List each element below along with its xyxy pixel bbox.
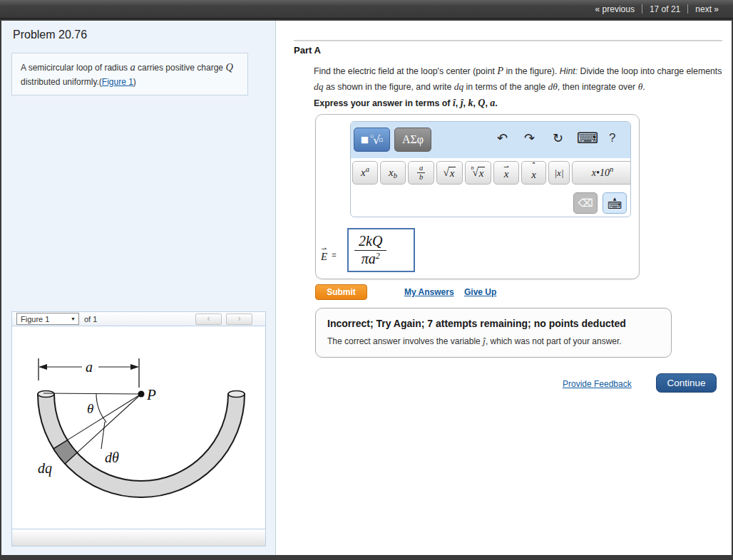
express-segment: Express your answer in terms of (314, 98, 453, 108)
btn-base: x (504, 168, 509, 180)
feedback-segment: The correct answer involves the variable (327, 336, 483, 346)
figure-next-button[interactable]: › (226, 313, 252, 325)
previous-link[interactable]: « previous (588, 4, 642, 14)
question-segment: in terms of the angle (463, 82, 548, 92)
figure-select[interactable]: Figure 1 ▼ (16, 313, 79, 325)
editor-toolbar-area: ■ ▫ √ ▫ ΑΣφ ↶ ↷ ↻ ⌨ ? xa xb (350, 121, 631, 217)
btn-base: x (389, 167, 394, 179)
problem-sidebar: Problem 20.76 A semicircular loop of rad… (1, 21, 276, 555)
editor-toolbar-header: ■ ▫ √ ▫ ΑΣφ ↶ ↷ ↻ ⌨ ? (351, 122, 630, 158)
give-up-link[interactable]: Give Up (464, 287, 496, 297)
keyboard-toggle-button[interactable]: ▲ ⌨ (603, 192, 627, 214)
absolute-value-button[interactable]: |x| (548, 161, 570, 185)
answer-input-box[interactable]: 2kQ πa2 (347, 228, 415, 272)
question-text: Find the electric field at the loop's ce… (314, 63, 726, 95)
figure-prev-button[interactable]: ‹ (195, 313, 222, 325)
btn-frac-num: a (417, 164, 425, 173)
statement-text: ) (133, 77, 136, 87)
part-title: Part A (294, 45, 321, 56)
undo-icon[interactable]: ↶ (497, 132, 508, 145)
figure-canvas: a P θ dθ dq (11, 326, 266, 529)
page-content: Problem 20.76 A semicircular loop of rad… (1, 21, 732, 555)
problem-statement: A semicircular loop of radius a carries … (11, 53, 248, 95)
template-box-icon: ▫ (379, 136, 383, 143)
statement-text: A semicircular loop of radius (21, 63, 130, 73)
btn-label: |x| (555, 167, 564, 179)
btn-base: x (531, 169, 536, 181)
reset-icon[interactable]: ↻ (553, 132, 563, 145)
my-answers-link[interactable]: My Answers (404, 287, 454, 297)
fraction-button[interactable]: ab (408, 161, 434, 185)
feedback-body: The correct answer involves the variable… (327, 336, 660, 347)
times-ten-power-button[interactable]: x•10n (572, 161, 631, 185)
var-a: a (130, 61, 135, 73)
var-dq: dq (454, 81, 464, 92)
figure-1-link[interactable]: Figure 1 (102, 77, 133, 87)
next-link[interactable]: next » (688, 4, 726, 14)
var-dtheta: dθ (548, 81, 557, 92)
question-segment: in the figure). (503, 66, 560, 76)
semicircular-loop-figure: a P θ dθ dq (12, 326, 265, 528)
point-P-dot (138, 391, 145, 398)
templates-toggle-button[interactable]: ■ ▫ √ ▫ (354, 128, 390, 152)
express-segment: . (495, 98, 497, 108)
btn-radicand: x (478, 167, 486, 180)
label-a: a (86, 359, 93, 375)
label-dtheta: dθ (105, 450, 119, 465)
vector-button[interactable]: ⇀x (493, 161, 519, 185)
tube-end-cap-right (228, 391, 245, 398)
statement-text: distributed uniformly.( (21, 77, 102, 87)
denominator-exponent: 2 (376, 251, 380, 261)
btn-sup: a (366, 165, 369, 173)
dim-arrow-left (39, 364, 47, 370)
keyboard-icon[interactable]: ⌨ (577, 131, 598, 146)
subscript-button[interactable]: xb (380, 161, 406, 185)
var-dq: dq (314, 81, 324, 92)
part-divider (294, 40, 722, 41)
continue-button[interactable]: Continue (656, 373, 717, 393)
var-Q: Q (478, 98, 485, 108)
denominator-base: πa (362, 251, 376, 266)
label-theta: θ (87, 401, 93, 416)
hint-label: Hint: (560, 66, 578, 76)
answer-lhs-label: ⇀E = (321, 247, 337, 263)
figure-select-value: Figure 1 (21, 315, 49, 323)
E-symbol: E (321, 251, 327, 263)
radius-line (43, 393, 141, 394)
figure-widget: Figure 1 ▼ of 1 ‹ › (11, 311, 266, 546)
express-instruction: Express your answer in terms of î, ĵ, k,… (314, 98, 498, 109)
keyboard-toggle-keyboard-icon: ⌨ (608, 201, 622, 209)
theta-arc (96, 394, 106, 422)
provide-feedback-link[interactable]: Provide Feedback (563, 379, 632, 389)
math-buttons-row: xa xb ab √x n√x ⇀x ˆx (352, 161, 631, 185)
label-dq: dq (38, 460, 52, 477)
question-segment: . (642, 82, 645, 92)
greek-symbols-button[interactable]: ΑΣφ (394, 128, 431, 152)
equals-sign: = (332, 251, 336, 259)
btn-base: x•10 (592, 167, 610, 179)
superscript-button[interactable]: xa (352, 161, 378, 185)
redo-icon[interactable]: ↷ (524, 132, 535, 145)
dtheta-leader-line (101, 422, 105, 449)
btn-frac-den: b (419, 173, 423, 182)
btn-root-index: n (471, 165, 474, 171)
btn-sup: n (610, 165, 613, 173)
help-icon[interactable]: ? (609, 132, 615, 144)
unit-vector-button[interactable]: ˆx (521, 161, 546, 185)
btn-radicand: x (448, 167, 456, 180)
btn-sub: b (394, 172, 397, 180)
top-navigation-bar: « previous 17 of 21 next » (0, 0, 733, 19)
question-segment: , then integrate over (558, 82, 638, 92)
ray-to-dq-2 (68, 394, 142, 440)
question-segment: as shown in the figure, and write (324, 82, 454, 92)
question-segment: Find the electric field at the loop's ce… (314, 66, 497, 76)
tube-end-cap-left (38, 391, 54, 398)
submit-button[interactable]: Submit (315, 284, 367, 300)
nth-root-button[interactable]: n√x (465, 161, 491, 185)
backspace-button[interactable]: ⌫ (573, 192, 598, 214)
statement-text: carries positive charge (135, 63, 226, 73)
square-root-button[interactable]: √x (436, 161, 463, 185)
feedback-title: Incorrect; Try Again; 7 attempts remaini… (327, 318, 660, 329)
btn-base: x (361, 167, 366, 179)
express-segment: , (456, 98, 461, 108)
